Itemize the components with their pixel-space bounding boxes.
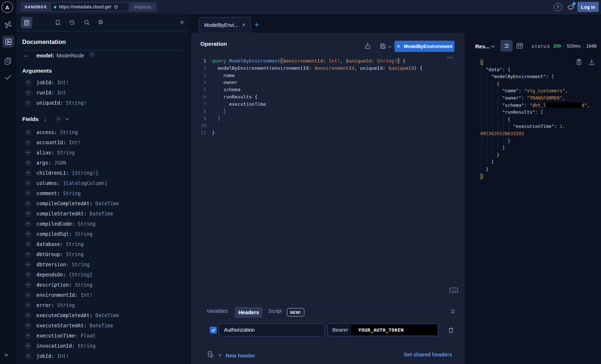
field-row[interactable]: compileStartedAt: DateTime [16,209,189,219]
field-row[interactable]: compiledSql: String [16,229,189,239]
keyboard-shortcuts-icon[interactable] [449,287,458,293]
expand-rail-icon[interactable] [4,351,8,359]
breadcrumb-type[interactable]: ModelNode [56,52,84,58]
add-field-icon[interactable] [25,181,31,186]
fields-chevron-down-icon[interactable] [65,118,69,121]
login-button[interactable]: Log in [577,2,599,12]
add-field-icon[interactable] [25,130,31,135]
apollo-logo[interactable]: A [1,1,13,13]
history-icon[interactable] [69,19,75,26]
add-field-icon[interactable] [25,160,31,166]
tab-variables[interactable]: Variables [207,308,228,314]
field-row[interactable]: compiledCode: String [16,219,189,229]
add-field-icon[interactable] [25,313,31,318]
announcements-icon[interactable] [567,3,575,11]
field-row[interactable]: dependsOn: [String] [16,270,189,280]
add-field-icon[interactable] [25,333,31,339]
auth-token-value[interactable]: YOUR_AUTH_TOKEN [351,325,437,335]
delete-header-icon[interactable] [448,327,454,333]
add-field-icon[interactable] [25,353,31,359]
field-row[interactable]: runId: Int [16,88,189,98]
add-field-icon[interactable] [25,100,31,106]
add-field-icon[interactable] [25,343,31,349]
endpoint-url-box[interactable]: https://metadata.cloud.get [51,3,132,11]
operation-editor[interactable]: 1query ModelByEnvironment($environmentId… [192,57,461,137]
field-row[interactable]: error: String [16,300,189,310]
back-arrow-icon[interactable] [23,52,36,59]
field-row[interactable]: access: String [16,127,189,137]
field-row[interactable]: args: JSON [16,158,189,168]
add-type-icon[interactable] [89,52,95,57]
field-row[interactable]: compileCompletedAt: DateTime [16,198,189,209]
add-field-icon[interactable] [25,262,31,267]
field-row[interactable]: alias: String [16,147,189,158]
field-row[interactable]: uniqueId: String! [16,98,189,108]
add-field-icon[interactable] [25,282,31,288]
field-row[interactable]: database: String [16,239,189,249]
header-value-input[interactable]: Bearer YOUR_AUTH_TOKEN [328,323,439,336]
field-row[interactable]: jobId: Int! [16,351,189,361]
add-field-icon[interactable] [25,252,31,257]
save-chevron-down-icon[interactable] [388,45,392,52]
field-row[interactable]: childrenL1: [String!] [16,168,189,178]
field-row[interactable]: description: String [16,280,189,290]
response-panel-title[interactable]: Res... [475,43,490,49]
add-field-icon[interactable] [25,231,31,237]
tab-headers[interactable]: Headers [235,307,263,318]
field-row[interactable]: dbtVersion: String [16,259,189,270]
add-field-icon[interactable] [25,90,31,96]
add-field-icon[interactable] [25,272,31,278]
field-row[interactable]: environmentId: Int! [16,290,189,300]
settings-icon[interactable] [98,19,104,25]
documentation-tab-icon[interactable] [21,17,32,28]
field-row[interactable]: comment: String [16,188,189,198]
field-row[interactable]: invocationId: String [16,341,189,351]
field-row[interactable]: jobId: Int! [16,77,189,88]
field-row[interactable]: executeStartedAt: DateTime [16,320,189,331]
explorer-icon[interactable] [2,36,14,48]
add-field-icon[interactable] [25,201,31,206]
field-row[interactable]: columns: [CatalogColumn] [16,178,189,188]
add-field-icon[interactable] [25,140,31,145]
run-operation-button[interactable]: ModelByEnvironment [394,41,454,52]
checklist-icon[interactable] [4,73,12,81]
bookmark-icon[interactable] [55,19,61,26]
collapse-sidebar-icon[interactable] [180,18,184,26]
add-field-icon[interactable] [25,150,31,155]
add-field-icon[interactable] [25,191,31,196]
response-chevron-down-icon[interactable] [491,45,495,48]
field-row[interactable]: accountId: Int! [16,137,189,147]
raw-view-toggle-icon[interactable] [500,40,513,52]
share-icon[interactable] [364,43,371,49]
add-all-fields-icon[interactable] [56,117,61,122]
endpoint-settings-icon[interactable] [114,4,119,10]
header-enabled-checkbox[interactable] [210,327,217,333]
set-shared-headers-link[interactable]: Set shared headers [404,352,452,357]
add-field-icon[interactable] [25,170,31,176]
save-icon[interactable] [380,43,386,49]
sort-fields-icon[interactable] [44,116,47,122]
response-body[interactable]: { "data": { "modelByEnvironment": [ { "n… [480,59,600,180]
add-field-icon[interactable] [25,292,31,298]
search-icon[interactable] [84,19,90,26]
schema-graph-icon[interactable] [4,21,12,29]
add-field-icon[interactable] [25,221,31,227]
table-view-toggle-icon[interactable] [516,43,523,49]
add-field-icon[interactable] [25,242,31,247]
edit-raw-headers-icon[interactable] [207,351,215,358]
add-field-icon[interactable] [25,211,31,217]
operation-tab-label[interactable]: ModelByEnvi... [204,22,240,28]
add-field-icon[interactable] [25,80,31,85]
operation-collections-icon[interactable] [4,57,12,65]
collapse-panel-icon[interactable] [450,309,456,314]
operation-tab[interactable]: ModelByEnvi... [199,17,251,33]
new-tab-icon[interactable] [255,20,259,29]
add-field-icon[interactable] [25,303,31,308]
field-row[interactable]: executionTime: Float [16,331,189,341]
header-key-input[interactable]: Authorization [219,323,325,336]
field-row[interactable]: dbtGroup: String [16,249,189,259]
endpoint-url[interactable]: https://metadata.cloud.get [59,4,111,9]
close-tab-icon[interactable] [242,22,245,28]
field-row[interactable]: executeCompletedAt: DateTime [16,310,189,320]
add-field-icon[interactable] [25,323,31,328]
